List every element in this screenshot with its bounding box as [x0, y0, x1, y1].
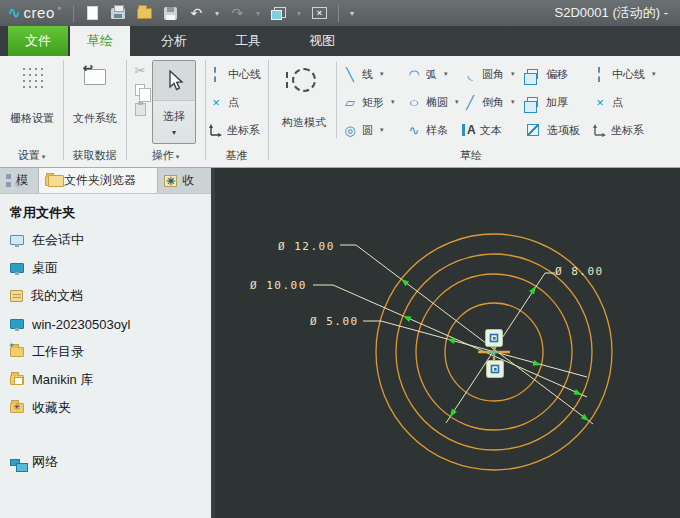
circle-button[interactable]: ◎ 圆 ▾ — [342, 120, 384, 140]
folder-item-network[interactable]: 网络 — [10, 448, 211, 476]
circle-icon: ◎ — [342, 124, 358, 137]
folder-browser-icon — [45, 176, 59, 186]
redo-button[interactable]: ↷ — [227, 3, 248, 23]
offset-button[interactable]: 偏移 — [527, 64, 568, 84]
select-dropdown[interactable]: ▾ — [172, 128, 176, 137]
dimension-label-d12[interactable]: Ø 12.00 — [278, 240, 335, 253]
sketch-centerline-button[interactable]: 中心线 ▾ — [592, 64, 656, 84]
close-icon: × — [312, 7, 327, 19]
rectangle-dropdown[interactable]: ▾ — [391, 98, 395, 106]
tab-sketch[interactable]: 草绘 — [70, 26, 130, 56]
undo-button[interactable]: ↶ — [186, 3, 207, 23]
open-button[interactable] — [134, 3, 155, 23]
folder-item-desktop[interactable]: 桌面 — [10, 254, 211, 282]
rectangle-button[interactable]: ▱ 矩形 ▾ — [342, 92, 395, 112]
line-button[interactable]: ╲ 线 ▾ — [342, 64, 384, 84]
customize-toolbar-dropdown[interactable]: ▾ — [347, 9, 357, 18]
thicken-button[interactable]: 加厚 — [527, 92, 568, 112]
fillet-dropdown[interactable]: ▾ — [511, 70, 515, 78]
library-folder-icon — [10, 375, 24, 385]
undo-icon: ↶ — [191, 6, 203, 20]
sketch-drawing: Ø 12.00 Ø 10.00 Ø 5.00 Ø 8.00 — [215, 168, 680, 518]
arrowhead — [447, 338, 456, 344]
arc-icon: ◠ — [406, 68, 422, 81]
coincident-constraint-bottom[interactable] — [487, 361, 504, 378]
folder-item-working-directory[interactable]: 工作目录 — [10, 338, 211, 366]
arc-button[interactable]: ◠ 弧 ▾ — [406, 64, 448, 84]
tab-model-tree[interactable]: 模 — [0, 168, 38, 193]
sketch-canvas[interactable]: Ø 12.00 Ø 10.00 Ø 5.00 Ø 8.00 — [215, 168, 680, 518]
centerline-icon — [214, 67, 216, 82]
dimension-label-d8[interactable]: Ø 8.00 — [555, 265, 604, 278]
construction-mode-button[interactable]: 构造模式 — [276, 64, 332, 130]
sketch-csys-button[interactable]: 坐标系 — [592, 120, 644, 140]
dimension-label-d10[interactable]: Ø 10.00 — [250, 279, 307, 292]
circle-dropdown[interactable]: ▾ — [380, 126, 384, 134]
cut-icon[interactable]: ✂ — [135, 64, 146, 77]
palette-button[interactable]: 选项板 — [527, 120, 580, 140]
arc-dropdown[interactable]: ▾ — [444, 70, 448, 78]
datum-centerline-button[interactable]: 中心线 — [208, 64, 261, 84]
spline-button[interactable]: ∿ 样条 — [406, 120, 448, 140]
datum-csys-button[interactable]: 坐标系 — [208, 120, 260, 140]
print-button[interactable] — [108, 3, 129, 23]
dimension-label-d5[interactable]: Ø 5.00 — [310, 315, 359, 328]
common-folders-header: 常用文件夹 — [10, 204, 211, 226]
creo-wave-icon: ∿ — [8, 4, 21, 22]
arrowhead — [581, 414, 589, 421]
grid-settings-button[interactable]: 栅格设置 — [4, 64, 60, 126]
settings-group-label[interactable]: 设置▾ — [0, 148, 63, 163]
folder-item-in-session[interactable]: 在会话中 — [10, 226, 211, 254]
line-icon: ╲ — [342, 68, 358, 81]
paste-icon[interactable] — [135, 103, 146, 116]
copy-icon[interactable] — [135, 84, 145, 96]
line-dropdown[interactable]: ▾ — [380, 70, 384, 78]
chamfer-dropdown[interactable]: ▾ — [511, 98, 515, 106]
redo-dropdown[interactable]: ▾ — [253, 9, 263, 18]
tab-tools[interactable]: 工具 — [218, 26, 278, 56]
folder-item-favorites[interactable]: 收藏夹 — [10, 394, 211, 422]
construction-circle-icon — [292, 68, 316, 92]
fillet-button[interactable]: ◟ 圆角 ▾ — [462, 64, 515, 84]
centerline-dropdown[interactable]: ▾ — [652, 70, 656, 78]
in-session-icon — [10, 235, 24, 245]
windows-button[interactable] — [268, 3, 289, 23]
select-button[interactable]: 选择 ▾ — [152, 60, 196, 144]
working-directory-icon — [10, 347, 24, 357]
window-title: S2D0001 (活动的) - — [555, 4, 672, 22]
tab-folder-browser[interactable]: 文件夹浏览器 — [38, 168, 158, 193]
network-icon — [10, 459, 20, 466]
ellipse-dropdown[interactable]: ▾ — [455, 98, 459, 106]
computer-icon — [10, 319, 24, 329]
ribbon: 栅格设置 设置▾ 文件系统 获取数据 ✂ 选择 ▾ 操作▾ — [0, 56, 680, 168]
undo-dropdown[interactable]: ▾ — [212, 9, 222, 18]
group-separator — [205, 60, 206, 160]
chamfer-button[interactable]: ╱ 倒角 ▾ — [462, 92, 515, 112]
folder-item-manikin-library[interactable]: Manikin 库 — [10, 366, 211, 394]
datum-point-button[interactable]: × 点 — [208, 92, 239, 112]
tab-view[interactable]: 视图 — [292, 26, 352, 56]
file-system-button[interactable]: 文件系统 — [67, 64, 123, 126]
sketch-point-button[interactable]: × 点 — [592, 92, 623, 112]
spline-icon: ∿ — [406, 124, 422, 137]
close-window-button[interactable]: × — [309, 3, 330, 23]
text-button[interactable]: A 文本 — [462, 120, 502, 140]
tab-file[interactable]: 文件 — [8, 26, 68, 56]
ellipse-button[interactable]: ○ 椭圆 ▾ — [406, 92, 459, 112]
redo-icon: ↷ — [232, 6, 244, 20]
arrowhead — [574, 389, 583, 395]
save-button[interactable] — [160, 3, 181, 23]
tab-analysis[interactable]: 分析 — [144, 26, 204, 56]
coincident-constraint-top[interactable] — [486, 330, 503, 347]
new-file-button[interactable] — [82, 3, 103, 23]
get-data-group-label: 获取数据 — [63, 148, 126, 163]
coordinate-system-icon — [208, 123, 223, 138]
group-separator — [63, 60, 64, 160]
windows-dropdown[interactable]: ▾ — [294, 9, 304, 18]
datum-group-label: 基准 — [205, 148, 268, 163]
folder-item-my-documents[interactable]: 我的文档 — [10, 282, 211, 310]
tab-favorites[interactable]: ✳ 收 — [158, 168, 211, 193]
operations-group-label[interactable]: 操作▾ — [126, 148, 205, 163]
open-folder-icon — [137, 8, 152, 19]
folder-item-computer[interactable]: win-20230503oyl — [10, 310, 211, 338]
